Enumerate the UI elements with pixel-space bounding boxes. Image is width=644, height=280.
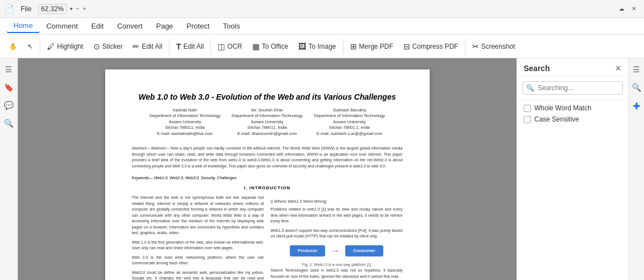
screenshot-label: Screenshot [481, 43, 515, 50]
zoom-out-btn[interactable]: − [76, 6, 79, 12]
add-text-icon: T [176, 42, 181, 51]
pdf-col-right: i) Where Web1.0 Went Wrong Problems rela… [271, 195, 403, 280]
sidebar-bookmark-icon[interactable]: 🔖 [2, 81, 16, 94]
compress-pdf-tool-btn[interactable]: ⊟ Compress PDF [399, 40, 463, 53]
pdf-viewer[interactable]: Web 1.0 to Web 3.0 - Evolution of the We… [18, 58, 516, 280]
toolbar-separator-1 [40, 39, 40, 54]
screenshot-icon: ✂ [472, 42, 479, 51]
whole-word-checkbox[interactable] [524, 105, 531, 112]
whole-word-label: Whole Word Match [534, 104, 591, 112]
menu-bar: Home Comment Edit Convert Page Protect T… [0, 18, 644, 35]
case-sensitive-checkbox[interactable] [524, 116, 531, 123]
app-icon: 📄 [4, 4, 14, 13]
menu-protect[interactable]: Protect [180, 20, 216, 32]
intro-para2: Web 1.0 is the first generation of the w… [132, 240, 264, 251]
merge-pdf-icon: ⊞ [350, 42, 357, 51]
sticker-icon: ⊙ [93, 42, 100, 51]
add-text-label: Edit All [184, 43, 204, 50]
toolbar-separator-4 [343, 39, 344, 54]
pdf-author-1: Kashab Nath Department of Information Te… [149, 108, 220, 137]
sticker-tool-btn[interactable]: ⊙ Sticker [89, 40, 128, 53]
menu-page[interactable]: Page [149, 20, 180, 32]
pdf-author-2: Mr. Sourish Dhar Department of Informati… [232, 108, 303, 137]
search-input-icon: 🔍 [526, 84, 534, 92]
close-btn[interactable]: ✕ [628, 5, 640, 13]
edit-all-tool-btn[interactable]: ✏ Edit All [128, 40, 167, 53]
sidebar-search-icon[interactable]: 🔍 [2, 116, 16, 130]
main-area: ☰ 🔖 💬 🔍 Web 1.0 to Web 3.0 - Evolution o… [0, 58, 644, 280]
sidebar-comment-icon[interactable]: 💬 [2, 99, 16, 112]
author-addr-3: Silchar-78001 1, India [314, 125, 385, 131]
author-name-3: Subhash Baruliha [314, 108, 385, 114]
title-bar: 📄 File 62.32% ▾ − + ☁ ✕ [0, 0, 644, 18]
merge-pdf-tool-btn[interactable]: ⊞ Merge PDF [346, 40, 398, 53]
zoom-dropdown-btn[interactable]: ▾ [70, 6, 73, 12]
right-sidebar: ☰ 🔍 ✚ [628, 58, 644, 280]
highlight-tool-btn[interactable]: 🖊 Highlight [43, 40, 88, 53]
highlight-icon: 🖊 [47, 42, 55, 51]
toolbar-separator-3 [210, 39, 211, 54]
intro-para1: The internet and the web is not synonymo… [132, 195, 264, 236]
sidebar-thumbnails-icon[interactable]: ☰ [3, 63, 15, 76]
file-menu[interactable]: File [17, 4, 35, 14]
menu-tools[interactable]: Tools [217, 20, 247, 32]
author-univ-2: Assam University [232, 119, 303, 125]
case-sensitive-option[interactable]: Case Sensitive [524, 115, 622, 123]
to-image-label: To Image [308, 43, 336, 50]
toolbar-separator-2 [169, 39, 170, 54]
left-sidebar: ☰ 🔖 💬 🔍 [0, 58, 18, 280]
compress-pdf-icon: ⊟ [403, 42, 410, 51]
menu-comment[interactable]: Comment [40, 20, 84, 32]
to-office-label: To Office [262, 43, 288, 50]
right-sidebar-add-icon[interactable]: ✚ [631, 99, 642, 114]
search-options: Whole Word Match Case Sensitive [517, 100, 628, 128]
ocr-icon: ◫ [218, 42, 225, 51]
ocr-tool-btn[interactable]: ◫ OCR [213, 40, 247, 53]
screenshot-tool-btn[interactable]: ✂ Screenshot [468, 40, 520, 53]
search-input[interactable] [523, 81, 623, 95]
sticker-label: Sticker [102, 43, 123, 50]
to-office-tool-btn[interactable]: ▦ To Office [248, 40, 293, 53]
select-tool-btn[interactable]: ↖ [23, 40, 37, 53]
author-name-2: Mr. Sourish Dhar [232, 108, 303, 114]
after-diagram: Search Technologies used in web1.0 was n… [271, 268, 403, 279]
pdf-diagram: Producer → Consumer [271, 244, 403, 258]
right-sidebar-icon-1[interactable]: ☰ [631, 63, 642, 76]
toolbar: ✋ ↖ 🖊 Highlight ⊙ Sticker ✏ Edit All T E… [0, 35, 644, 58]
cloud-btn[interactable]: ☁ [616, 5, 627, 13]
pdf-author-3: Subhash Baruliha Department of Informati… [314, 108, 385, 137]
to-office-icon: ▦ [252, 42, 260, 51]
intro-para4: Web3.0 could be define as semantic web, … [132, 270, 264, 280]
add-text-tool-btn[interactable]: T Edit All [172, 40, 208, 53]
whole-word-option[interactable]: Whole Word Match [524, 104, 622, 112]
pdf-keywords: Keywords— Web1.0, Web2.0, Web3.0, Securi… [132, 176, 403, 180]
pdf-intro-columns: The internet and the web is not synonymo… [132, 195, 403, 280]
hand-tool-btn[interactable]: ✋ [4, 40, 22, 53]
arrow-icon: → [331, 244, 340, 258]
author-email-1: E-mail: kashabnath@live.com [149, 131, 220, 137]
author-email-2: E-mail: dharsoursih@gmail.com [232, 131, 303, 137]
search-close-btn[interactable]: ✕ [615, 64, 622, 73]
author-dept-1: Department of Information Technology [149, 113, 220, 119]
author-dept-2: Department of Information Technology [232, 113, 303, 119]
menu-edit[interactable]: Edit [84, 20, 110, 32]
pdf-authors: Kashab Nath Department of Information Te… [132, 108, 403, 137]
menu-convert[interactable]: Convert [110, 20, 149, 32]
author-dept-3: Department of Information Technology [314, 113, 385, 119]
author-univ-1: Assam University [149, 119, 220, 125]
section1-title: I. INTRODUCTION [132, 185, 403, 190]
search-title: Search [524, 64, 550, 73]
pdf-abstract: Abstract— Abstract— Now a day's people c… [132, 146, 403, 169]
sub-section-title: i) Where Web1.0 Went Wrong [271, 198, 403, 204]
right-sidebar-search-icon[interactable]: 🔍 [629, 81, 643, 94]
zoom-in-btn[interactable]: + [83, 6, 86, 12]
zoom-display: 62.32% [38, 4, 67, 14]
window-controls: ☁ ✕ [616, 5, 640, 13]
to-image-tool-btn[interactable]: 🖼 To Image [294, 40, 340, 53]
menu-home[interactable]: Home [7, 19, 40, 33]
compress-pdf-label: Compress PDF [412, 43, 458, 50]
select-icon: ↖ [27, 43, 33, 50]
case-sensitive-label: Case Sensitive [534, 115, 579, 123]
author-addr-1: Silchar-788011, India [149, 125, 220, 131]
diagram-caption: Fig. 1: Web1.0 is a one-way platform [1] [271, 262, 403, 268]
